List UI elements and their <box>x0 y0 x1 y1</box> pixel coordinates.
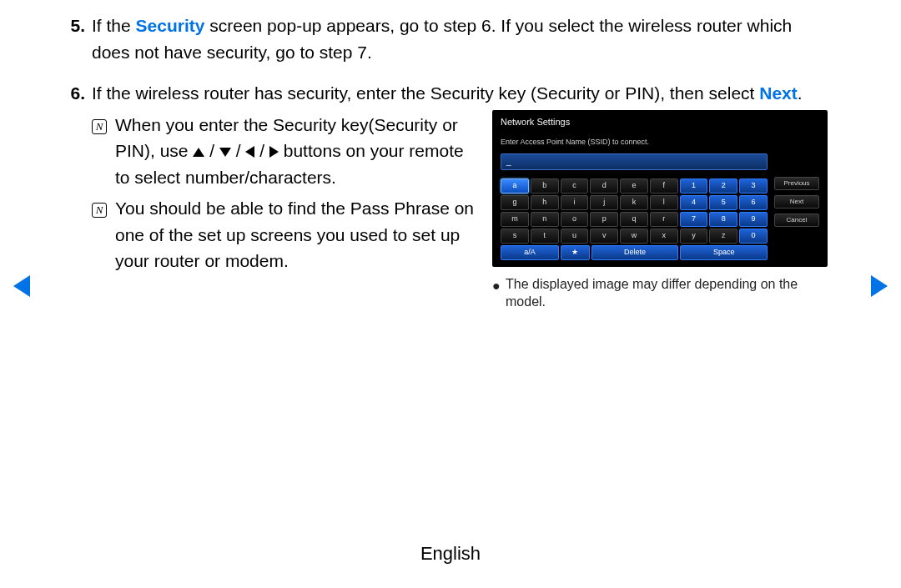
bullet-icon: ● <box>492 275 506 311</box>
key-1: 1 <box>680 178 708 193</box>
key-4: 4 <box>680 195 708 210</box>
keyboard-grid: abcdef123ghijkl456mnopqr789stuvwxyz0 <box>501 178 768 244</box>
tv-side-buttons: Previous Next Cancel <box>774 137 819 260</box>
key-r: r <box>650 212 678 227</box>
key-g: g <box>501 195 529 210</box>
arrow-right-icon <box>269 146 279 158</box>
key-u: u <box>561 229 589 244</box>
key-z: z <box>709 229 737 244</box>
step-number: 6. <box>67 80 92 311</box>
tv-prompt: Enter Access Point Name (SSID) to connec… <box>501 137 768 148</box>
key-2: 2 <box>709 178 737 193</box>
arrow-up-icon <box>193 148 204 157</box>
key-6: 6 <box>739 195 768 210</box>
key-y: y <box>680 229 708 244</box>
step-text: If the Security screen pop-up appears, g… <box>92 13 834 65</box>
key-x: x <box>650 229 678 244</box>
key-k: k <box>620 195 648 210</box>
image-caption: ● The displayed image may differ dependi… <box>492 275 834 311</box>
step-5: 5. If the Security screen pop-up appears… <box>67 13 834 65</box>
step-text: If the wireless router has security, ent… <box>92 80 834 311</box>
key-3: 3 <box>739 178 768 193</box>
key-j: j <box>590 195 618 210</box>
key-5: 5 <box>709 195 737 210</box>
key-0: 0 <box>739 229 768 244</box>
note-icon: N <box>92 195 115 274</box>
cancel-button: Cancel <box>774 214 819 227</box>
key-8: 8 <box>709 212 737 227</box>
key-f: f <box>650 178 678 193</box>
key-t: t <box>531 229 559 244</box>
key-space: Space <box>680 245 768 260</box>
next-button: Next <box>774 195 819 209</box>
note-2: N You should be able to find the Pass Ph… <box>92 195 476 274</box>
key-e: e <box>620 178 648 193</box>
key-case: a/A <box>501 245 559 260</box>
key-s: s <box>501 229 529 244</box>
key-w: w <box>620 229 648 244</box>
key-q: q <box>620 212 648 227</box>
page-prev-icon[interactable] <box>13 275 30 297</box>
arrow-left-icon <box>245 146 254 158</box>
key-o: o <box>561 212 589 227</box>
key-b: b <box>531 178 559 193</box>
previous-button: Previous <box>774 177 819 190</box>
arrow-down-icon <box>219 148 231 157</box>
key-l: l <box>650 195 678 210</box>
key-star: ★ <box>561 245 590 260</box>
highlight-next: Next <box>759 83 798 103</box>
note-icon: N <box>92 112 115 191</box>
step-number: 5. <box>67 13 92 65</box>
page-next-icon[interactable] <box>871 275 888 297</box>
highlight-security: Security <box>136 16 205 35</box>
key-h: h <box>531 195 559 210</box>
key-c: c <box>561 178 589 193</box>
key-v: v <box>590 229 618 244</box>
key-a: a <box>501 178 529 193</box>
key-delete: Delete <box>591 245 679 260</box>
keyboard-bottom-row: a/A ★ Delete Space <box>501 245 768 260</box>
key-p: p <box>590 212 618 227</box>
tv-screenshot: Network Settings Enter Access Point Name… <box>492 110 828 267</box>
key-n: n <box>531 212 559 227</box>
key-d: d <box>590 178 618 193</box>
step-6: 6. If the wireless router has security, … <box>67 80 834 311</box>
page-language: English <box>0 543 901 565</box>
key-9: 9 <box>739 212 768 227</box>
key-i: i <box>561 195 589 210</box>
note-1: N When you enter the Security key(Securi… <box>92 112 476 191</box>
key-7: 7 <box>680 212 708 227</box>
ssid-input: _ <box>501 153 768 170</box>
key-m: m <box>501 212 529 227</box>
tv-title: Network Settings <box>492 110 828 138</box>
